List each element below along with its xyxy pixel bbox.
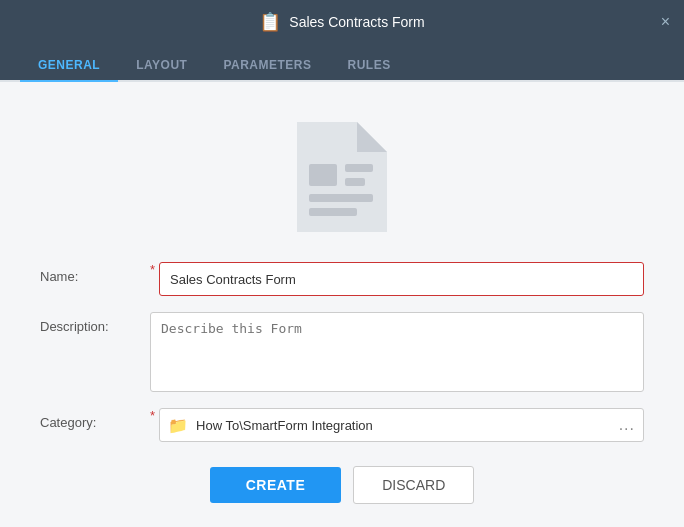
category-label: Category: [40, 408, 150, 430]
title-bar: 📋 Sales Contracts Form × [0, 0, 684, 44]
category-more-icon[interactable]: ... [619, 416, 635, 434]
form-icon: 📋 [259, 11, 281, 33]
name-row: Name: * [40, 262, 644, 296]
name-input[interactable] [159, 262, 644, 296]
tab-rules[interactable]: RULES [330, 50, 409, 80]
description-row: Description: [40, 312, 644, 392]
svg-marker-1 [357, 122, 387, 152]
tab-parameters[interactable]: PARAMETERS [205, 50, 329, 80]
name-label: Name: [40, 262, 150, 284]
svg-rect-6 [309, 208, 357, 216]
content-area: Name: * Description: Category: * 📁 How T… [0, 82, 684, 527]
discard-button[interactable]: DISCARD [353, 466, 474, 504]
description-label: Description: [40, 312, 150, 334]
category-value: How To\SmartForm Integration [196, 418, 619, 433]
tab-bar: GENERAL LAYOUT PARAMETERS RULES [0, 44, 684, 82]
tab-general[interactable]: GENERAL [20, 50, 118, 80]
button-row: CREATE DISCARD [40, 466, 644, 504]
category-required-star: * [150, 408, 155, 423]
create-button[interactable]: CREATE [210, 467, 342, 503]
folder-icon: 📁 [168, 416, 188, 435]
category-row: Category: * 📁 How To\SmartForm Integrati… [40, 408, 644, 442]
svg-rect-2 [309, 164, 337, 186]
category-field[interactable]: 📁 How To\SmartForm Integration ... [159, 408, 644, 442]
description-input[interactable] [150, 312, 644, 392]
svg-rect-3 [345, 164, 373, 172]
document-icon [297, 122, 387, 232]
name-required-star: * [150, 262, 155, 277]
svg-rect-4 [345, 178, 365, 186]
close-icon[interactable]: × [661, 13, 670, 31]
tab-layout[interactable]: LAYOUT [118, 50, 205, 80]
svg-rect-5 [309, 194, 373, 202]
form-icon-area [40, 102, 644, 262]
dialog-title: Sales Contracts Form [289, 14, 424, 30]
